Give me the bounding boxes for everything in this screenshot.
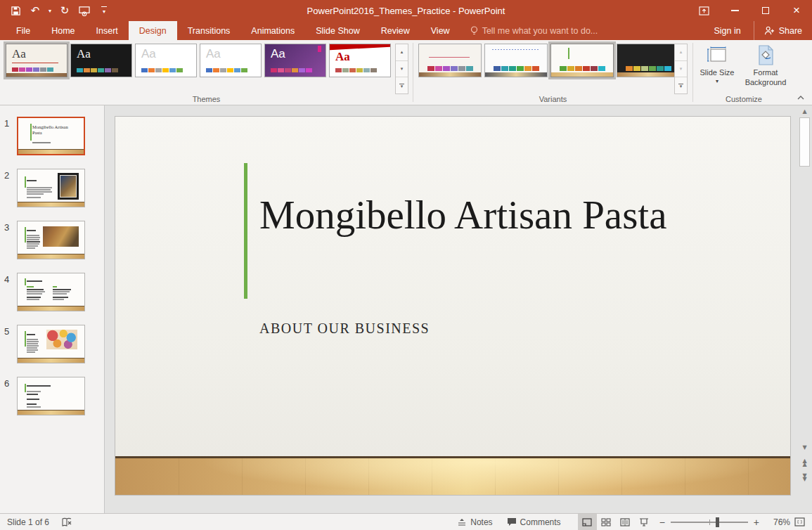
slide-thumbnail-6[interactable]: 6 — [0, 377, 104, 418]
comments-toggle[interactable]: Comments — [500, 514, 568, 530]
mini-text-line — [27, 180, 37, 181]
tab-insert[interactable]: Insert — [86, 21, 129, 40]
ribbon-display-options-icon[interactable] — [688, 0, 719, 21]
theme-tile-2[interactable]: Aa — [70, 44, 132, 77]
scroll-up-icon[interactable]: ▲ — [799, 105, 811, 117]
slide-thumbnail-preview[interactable] — [17, 221, 85, 259]
previous-slide-icon[interactable]: ▲▲ — [799, 456, 811, 468]
slide-thumbnail-2[interactable]: 2 — [0, 169, 104, 209]
mini-text-line — [27, 341, 39, 342]
fit-slide-to-window-icon[interactable] — [790, 514, 809, 530]
share-button[interactable]: Share — [754, 21, 812, 40]
customize-qat-icon[interactable]: ▾ — [96, 2, 112, 19]
variants-scroll-up-icon[interactable]: ▴ — [675, 44, 687, 61]
next-slide-icon[interactable]: ▼▼ — [799, 471, 811, 483]
mini-text-line — [27, 239, 39, 240]
tab-design[interactable]: Design — [129, 21, 177, 40]
close-icon[interactable]: × — [781, 0, 812, 21]
variant-tile-1[interactable] — [418, 44, 482, 77]
variant-tile-2[interactable] — [484, 44, 548, 77]
variant-tile-3[interactable] — [550, 44, 614, 77]
vertical-scrollbar[interactable]: ▲ ▼ ▲▲ ▼▼ — [799, 105, 811, 503]
tab-slide-show[interactable]: Slide Show — [305, 21, 370, 40]
slide-thumbnail-preview[interactable] — [17, 377, 85, 415]
slide-wood-floor — [115, 456, 790, 495]
slide-thumbnail-5[interactable]: 5 — [0, 325, 104, 366]
collapse-ribbon-icon[interactable] — [795, 92, 806, 102]
spellcheck-icon[interactable] — [62, 517, 72, 527]
save-icon[interactable] — [7, 2, 24, 19]
swatch — [234, 68, 240, 72]
slide-thumbnail-preview[interactable] — [17, 169, 85, 207]
slide-sorter-view-button[interactable] — [597, 514, 616, 530]
tab-view[interactable]: View — [420, 21, 460, 40]
undo-dropdown-icon[interactable]: ▾ — [46, 2, 53, 19]
tab-animations[interactable]: Animations — [240, 21, 305, 40]
slide-thumbnail-preview[interactable] — [17, 273, 85, 311]
variants-group: ▴ ▾ ▾ Variants — [413, 40, 692, 105]
theme-tile-6[interactable]: Aa — [329, 44, 391, 77]
zoom-slider[interactable] — [671, 522, 748, 523]
variants-group-label: Variants — [413, 95, 692, 103]
themes-scroll-up-icon[interactable]: ▴ — [396, 44, 408, 61]
scroll-down-icon[interactable]: ▼ — [799, 441, 811, 453]
variants-more-icon[interactable]: ▾ — [675, 77, 687, 93]
themes-scroll-down-icon[interactable]: ▾ — [396, 61, 408, 78]
mini-text-line — [27, 235, 39, 236]
themes-more-icon[interactable]: ▾ — [396, 77, 408, 93]
slide-title[interactable]: Mongibello Artisan Pasta — [259, 189, 681, 241]
tab-file[interactable]: File — [6, 21, 41, 40]
redo-icon[interactable]: ↻ — [56, 2, 73, 19]
theme-tile-4[interactable]: Aa — [200, 44, 262, 77]
slide-size-button[interactable]: Slide Size ▾ — [697, 43, 737, 96]
variant-line — [429, 57, 470, 58]
notes-toggle[interactable]: Notes — [450, 514, 499, 530]
theme-floor — [6, 73, 67, 77]
slide-thumbnail-3[interactable]: 3 — [0, 221, 104, 261]
swatch — [299, 68, 305, 72]
maximize-icon[interactable] — [750, 0, 781, 21]
theme-aa-label: Aa — [12, 47, 26, 61]
mini-text-line — [27, 297, 41, 298]
reading-view-button[interactable] — [616, 514, 635, 530]
format-background-button[interactable]: Format Background — [740, 43, 792, 96]
zoom-in-icon[interactable]: + — [754, 517, 759, 528]
undo-icon[interactable]: ↶ — [27, 2, 44, 19]
variant-floor — [485, 72, 547, 77]
mini-text-line — [27, 406, 41, 408]
theme-tile-5[interactable]: Aa — [264, 44, 326, 77]
theme-tile-1[interactable]: Aa — [6, 44, 67, 77]
zoom-level[interactable]: 76% — [765, 517, 790, 527]
tell-me-box[interactable]: Tell me what you want to do... — [470, 21, 598, 40]
start-from-beginning-icon[interactable] — [76, 2, 93, 19]
sign-in-button[interactable]: Sign in — [701, 21, 753, 40]
slide-indicator: Slide 1 of 6 — [7, 517, 49, 527]
tab-home[interactable]: Home — [41, 21, 85, 40]
slide-thumbnail-preview[interactable] — [17, 325, 85, 363]
scrollbar-thumb[interactable] — [799, 117, 810, 167]
swatch — [19, 67, 25, 72]
swatch — [77, 68, 83, 72]
tab-review[interactable]: Review — [370, 21, 420, 40]
slide-subtitle[interactable]: ABOUT OUR BUSINESS — [259, 321, 430, 337]
mini-text-line — [27, 391, 41, 392]
customize-group: Slide Size ▾ Format Background Customize — [693, 40, 794, 105]
slide-thumbnail-panel: 1Mongibello Artisan Pasta23456 — [0, 105, 105, 513]
swatch — [141, 68, 148, 72]
zoom-out-icon[interactable]: − — [659, 517, 665, 528]
slide-show-view-button[interactable] — [635, 514, 654, 530]
minimize-icon[interactable] — [719, 0, 750, 21]
slide-thumbnail-4[interactable]: 4 — [0, 273, 104, 314]
slide-thumbnail-preview[interactable]: Mongibello Artisan Pasta — [17, 117, 85, 155]
theme-tile-3[interactable]: Aa — [135, 44, 197, 77]
mini-text-line — [27, 394, 38, 395]
slide-thumbnail-1[interactable]: 1Mongibello Artisan Pasta — [0, 117, 104, 157]
mini-text-line — [53, 291, 70, 292]
slide-canvas[interactable]: Mongibello Artisan Pasta ABOUT OUR BUSIN… — [115, 116, 791, 496]
variant-tile-4[interactable] — [617, 44, 680, 77]
zoom-slider-handle[interactable] — [716, 517, 719, 527]
variants-scroll-down-icon[interactable]: ▾ — [675, 61, 687, 78]
mini-text-line — [27, 345, 39, 347]
normal-view-button[interactable] — [578, 514, 597, 530]
tab-transitions[interactable]: Transitions — [177, 21, 241, 40]
